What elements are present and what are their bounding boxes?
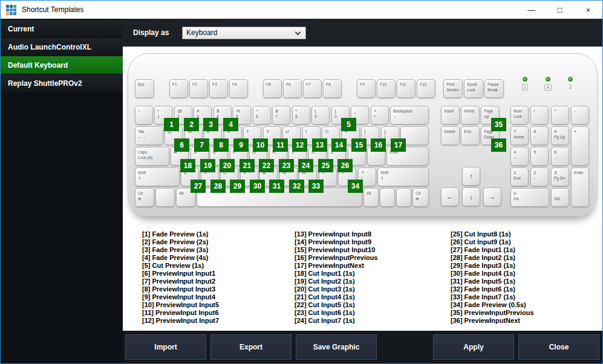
key-blank: += — [371, 106, 389, 125]
apply-button[interactable]: Apply — [433, 334, 514, 360]
key-8: 8↑ — [530, 126, 549, 145]
shortcut-key-badge-8: 8 — [213, 138, 229, 152]
shortcut-key-badge-23: 23 — [279, 159, 294, 172]
sidebar-item-current[interactable]: Current — [1, 20, 123, 37]
display-as-value: Keyboard — [186, 28, 217, 37]
shortcut-item: [14] PreviewInput Input9 — [295, 238, 378, 246]
key-blank — [396, 188, 411, 207]
key-blank: *8 — [292, 106, 310, 125]
shortcut-item: [35] PreviewInputPrevious — [451, 309, 534, 317]
key-print: PrintScreen — [443, 79, 463, 98]
shortcut-item: [20] Cut Input3 (1s) — [295, 285, 378, 293]
shortcut-key-badge-16: 16 — [371, 138, 386, 152]
key-num: NumLock — [510, 106, 529, 125]
app-icon-square — [6, 5, 9, 8]
shortcut-column-1: [1] Fade Preview (1s)[2] Fade Preview (2… — [142, 230, 219, 325]
shortcut-key-badge-33: 33 — [308, 180, 324, 193]
key-4: 4← — [510, 147, 529, 166]
key-f8: F8 — [323, 79, 342, 98]
key-f6: F6 — [283, 79, 302, 98]
maximize-button[interactable]: □ — [546, 1, 574, 19]
shortcut-item: [11] PreviewInput Input6 — [142, 309, 219, 317]
shortcut-key-badge-24: 24 — [298, 159, 313, 172]
key-blank: * — [551, 106, 569, 125]
shortcut-item: [22] Cut Input5 (1s) — [295, 301, 378, 309]
key-blank: ~` — [135, 106, 153, 125]
app-icon-square — [10, 12, 13, 15]
key-blank: ↓ — [462, 187, 480, 206]
shortcut-item: [31] Fade Input5 (1s) — [451, 278, 534, 285]
shortcut-item: [8] PreviewInput Input3 — [142, 285, 219, 293]
shortcut-key-badge-5: 5 — [341, 118, 356, 131]
app-icon-square — [10, 5, 13, 8]
key-9: 9Pg Up — [551, 126, 569, 145]
shortcut-key-badge-30: 30 — [250, 180, 265, 193]
shortcut-item: [29] Fade Input3 (1s) — [451, 262, 534, 270]
shortcut-item: [32] Fade Input6 (1s) — [451, 285, 534, 293]
sidebar-item-default-keyboard[interactable]: Default Keyboard — [1, 56, 123, 74]
shortcut-key-badge-28: 28 — [210, 180, 226, 193]
led-icon: 1 — [522, 84, 528, 91]
key-f11: F11 — [397, 79, 416, 98]
key-enter: Enter — [571, 167, 589, 207]
key-6: 6→ — [551, 147, 569, 166]
shortcut-key-badge-9: 9 — [233, 138, 249, 152]
topbar: Display as Keyboard — [123, 19, 602, 47]
close-button[interactable]: Close — [518, 334, 599, 360]
content: EscF1F2F3F4F5F6F7F8F9F10F11F12PrintScree… — [123, 47, 602, 331]
led-indicator-1: 1 — [519, 77, 531, 91]
key-blank: !11 — [154, 106, 172, 125]
shortcut-item: [30] Fade Input4 (1s) — [451, 270, 534, 278]
shortcut-key-badge-2: 2 — [184, 118, 199, 131]
key-2: 2↓ — [530, 167, 549, 186]
key-f1: F1 — [169, 79, 188, 98]
shortcut-item: [28] Fade Input2 (1s) — [451, 254, 534, 262]
window-controls: —□× — [517, 1, 602, 19]
display-as-dropdown[interactable]: Keyboard — [182, 27, 306, 39]
key-backspace: Backspace← — [390, 106, 429, 125]
shortcut-key-badge-10: 10 — [253, 138, 268, 152]
shortcut-key-badge-13: 13 — [312, 138, 327, 152]
shortcut-item: [36] PreviewInputNext — [451, 317, 534, 325]
key-blank: ↑ — [462, 167, 480, 186]
key-f2: F2 — [189, 79, 208, 98]
key-5: 5 — [530, 147, 549, 166]
shortcut-key-badge-7: 7 — [194, 138, 209, 152]
key-blank: → — [483, 187, 501, 206]
app-icon-square — [13, 12, 16, 15]
shortcut-key-badge-14: 14 — [331, 138, 347, 152]
shortcut-key-badge-29: 29 — [230, 180, 245, 193]
shortcut-key-badge-4: 4 — [223, 118, 238, 131]
shortcut-item: [3] Fade Preview (3s) — [142, 246, 219, 254]
shortcut-item: [15] PreviewInput Input10 — [295, 246, 378, 254]
shortcut-item: [4] Fade Preview (4s) — [142, 254, 219, 262]
key-f9: F9 — [357, 79, 376, 98]
shortcut-key-badge-31: 31 — [269, 180, 284, 193]
shortcut-key-badge-36: 36 — [491, 138, 506, 152]
key-f7: F7 — [303, 79, 322, 98]
export-button[interactable]: Export — [210, 334, 292, 360]
key-end: End — [461, 126, 480, 145]
titlebar: Shortcut Templates —□× — [1, 1, 602, 19]
key-f3: F3 — [209, 79, 228, 98]
key-blank: .Del — [551, 188, 569, 207]
led-light — [546, 77, 550, 82]
save-graphic-button[interactable]: Save Graphic — [296, 334, 377, 360]
shortcut-key-badge-18: 18 — [180, 159, 195, 172]
footer-buttonbar: ImportExportSave GraphicApplyClose — [123, 331, 602, 363]
shortcut-key-badge-35: 35 — [491, 118, 506, 131]
shortcut-item: [2] Fade Preview (2s) — [142, 238, 219, 246]
minimize-button[interactable]: — — [517, 1, 546, 19]
key-alt: Alt — [363, 188, 379, 207]
shortcut-key-badge-15: 15 — [351, 138, 367, 152]
import-button[interactable]: Import — [125, 334, 206, 360]
sidebar: CurrentAudio LaunchControlXLDefault Keyb… — [1, 19, 123, 363]
close-button[interactable]: × — [574, 1, 602, 19]
sidebar-item-replay-shuttleprov2[interactable]: Replay ShuttlePROv2 — [1, 74, 123, 92]
shortcut-key-badge-11: 11 — [273, 138, 288, 152]
key-shift: Shift⇧ — [135, 167, 180, 186]
key-shift: Shift⇧ — [377, 167, 429, 186]
key-f5: F5 — [263, 79, 282, 98]
sidebar-item-audio-launchcontrolxl[interactable]: Audio LaunchControlXL — [1, 38, 123, 56]
led-indicator-blank: ⇩ — [564, 77, 576, 90]
